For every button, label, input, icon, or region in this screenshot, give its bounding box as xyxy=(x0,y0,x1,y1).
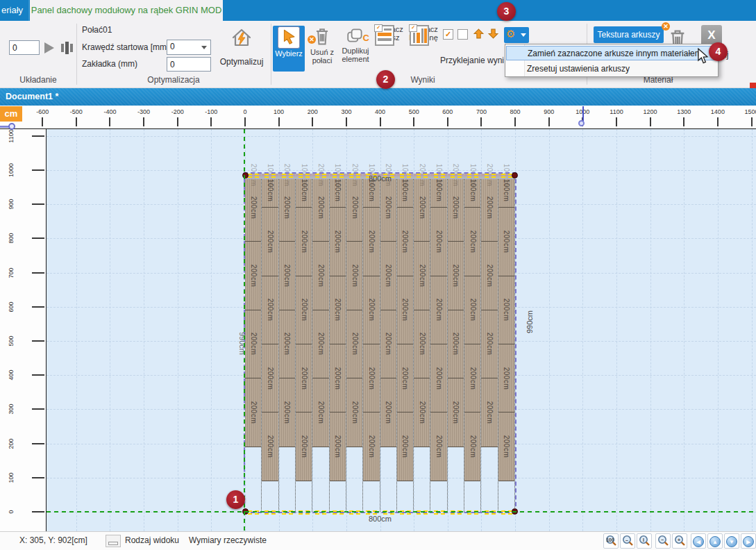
sheet-segment[interactable]: 200cm xyxy=(330,344,346,412)
sheet-segment[interactable]: 200cm xyxy=(262,412,278,481)
sheet-segment[interactable]: 200cm xyxy=(498,276,514,344)
tab-materials-partial[interactable]: eriały xyxy=(0,0,29,21)
remove-from-surface-button[interactable]: ✕ Usuń z połaci xyxy=(306,26,338,72)
hruler-tick-label: -500 xyxy=(70,108,83,115)
sheet-segment[interactable]: 200cm xyxy=(481,310,497,378)
hruler-tick xyxy=(278,117,280,126)
checkbox-empty-icon[interactable] xyxy=(457,29,468,40)
sheet-segment[interactable]: 200cm xyxy=(430,344,446,412)
move-down-icon[interactable] xyxy=(487,28,499,42)
sheet-segment[interactable]: 200cm xyxy=(330,208,346,276)
ruler-marker-handle[interactable] xyxy=(578,120,585,126)
zoom-out-button[interactable]: − xyxy=(655,533,671,549)
zoom-fit-width-button[interactable]: – xyxy=(620,533,635,549)
pan-up-button[interactable]: ▲ xyxy=(707,533,723,549)
sheet-segment[interactable]: 200cm xyxy=(330,412,346,481)
sheet-segment[interactable]: 200cm xyxy=(498,344,514,412)
pan-down-button[interactable]: ▼ xyxy=(724,533,739,549)
menu-item-reset-sheets[interactable]: Zresetuj ustawienia arkuszy xyxy=(506,62,717,76)
sheet-segment[interactable]: 200cm xyxy=(464,344,480,412)
tab-active-panel[interactable]: Panel dachowy modułowy na rąbek GRIN MOD xyxy=(30,0,223,21)
sheet-segment[interactable]: 200cm xyxy=(448,378,464,447)
sheet-segment[interactable]: 200cm xyxy=(481,242,497,310)
overlap-input[interactable] xyxy=(167,57,211,72)
sheet-segment[interactable]: 200cm xyxy=(279,310,295,378)
checkbox-checked-icon[interactable]: ✓ xyxy=(443,29,453,40)
sheet-segment[interactable]: 200cm xyxy=(346,378,362,447)
zoom-selection-button[interactable]: I xyxy=(637,533,652,549)
duplicate-element-button[interactable]: C Duplikuj element xyxy=(339,26,371,72)
sheet-segment[interactable]: 200cm xyxy=(346,242,362,310)
sheet-segment[interactable]: 200cm xyxy=(498,412,514,481)
zoom-100-button[interactable]: 100 xyxy=(603,533,619,549)
sheet-segment[interactable]: 200cm xyxy=(312,310,328,378)
select-row-button[interactable]: ✓ Zaznacz wiersz xyxy=(373,26,405,72)
sheet-settings-gear-button[interactable]: ⚙ xyxy=(504,27,529,43)
start-edge-combobox[interactable]: 0 xyxy=(167,40,211,55)
sheet-segment[interactable]: 200cm xyxy=(262,344,278,412)
sheet-segment[interactable]: 200cm xyxy=(414,310,430,378)
sheet-segment[interactable]: 200cm xyxy=(414,242,430,310)
pan-left-button[interactable]: ◀ xyxy=(691,533,706,549)
view-type-icon[interactable] xyxy=(106,535,121,547)
sheet-segment[interactable]: 200cm xyxy=(430,208,446,276)
sheet-segment[interactable]: 200cm xyxy=(397,276,413,344)
menu-item-replace-sheets[interactable]: Zamień zaznaczone arkusze innym materiał… xyxy=(506,46,717,60)
sheet-segment[interactable]: 200cm xyxy=(245,242,261,310)
sheet-segment[interactable]: 200cm xyxy=(262,276,278,344)
sheet-segment[interactable]: 200cm xyxy=(414,378,430,447)
sheet-segment[interactable]: 200cm xyxy=(363,344,379,412)
sheet-segment[interactable]: 200cm xyxy=(464,276,480,344)
sheet-length-label: 200cm xyxy=(351,401,358,424)
sheet-segment[interactable]: 200cm xyxy=(363,412,379,481)
columns-layout-icon[interactable] xyxy=(61,42,75,54)
sheet-segment[interactable]: 200cm xyxy=(296,276,312,344)
drawing-canvas[interactable]: 200cm200cm200cm200cm200cm100cm200cm200cm… xyxy=(47,129,756,531)
sheet-segment[interactable]: 200cm xyxy=(430,412,446,481)
select-tool-button[interactable]: Wybierz xyxy=(273,26,305,72)
sheet-segment[interactable]: 200cm xyxy=(245,378,261,447)
sheet-segment[interactable]: 200cm xyxy=(296,208,312,276)
sheet-segment[interactable]: 200cm xyxy=(380,378,396,447)
sheet-segment[interactable]: 200cm xyxy=(448,242,464,310)
sheet-texture-button[interactable]: Tekstura arkuszy xyxy=(594,26,664,43)
sheet-segment[interactable]: 200cm xyxy=(498,208,514,276)
sheet-segment[interactable]: 200cm xyxy=(380,310,396,378)
vruler-marker-handle[interactable] xyxy=(8,123,15,130)
sheet-segment[interactable]: 200cm xyxy=(245,310,261,378)
apply-layout-icon[interactable] xyxy=(44,42,54,53)
sheet-segment[interactable]: 200cm xyxy=(397,412,413,481)
panel-corner-dot[interactable] xyxy=(512,172,518,178)
sheet-segment[interactable]: 200cm xyxy=(430,276,446,344)
sheet-segment[interactable]: 200cm xyxy=(363,276,379,344)
sheet-segment[interactable]: 200cm xyxy=(279,378,295,447)
sheet-segment[interactable]: 200cm xyxy=(448,310,464,378)
select-column-button[interactable]: ✓ Zaznacz kolumnę xyxy=(406,26,441,72)
sheet-segment[interactable]: 200cm xyxy=(464,208,480,276)
sheet-length-label: 200cm xyxy=(334,231,342,253)
optimize-button[interactable]: Optymalizuj xyxy=(212,25,271,86)
sheet-segment[interactable]: 200cm xyxy=(397,208,413,276)
sheet-segment[interactable]: 200cm xyxy=(279,242,295,310)
sheet-segment[interactable]: 200cm xyxy=(346,310,362,378)
fastener-mark xyxy=(248,174,259,178)
panel-column: 100cm200cm200cm200cm200cm100cm xyxy=(363,174,380,512)
sheet-segment[interactable]: 200cm xyxy=(330,276,346,344)
sheet-length-label: 200cm xyxy=(435,435,443,458)
sheet-segment[interactable]: 200cm xyxy=(312,378,328,447)
sheet-segment[interactable]: 200cm xyxy=(380,242,396,310)
roof-panel-layout[interactable]: 200cm200cm200cm200cm200cm100cm200cm200cm… xyxy=(245,174,515,512)
zoom-in-button[interactable]: + xyxy=(672,533,687,549)
sheet-segment[interactable]: 200cm xyxy=(312,242,328,310)
layout-count-input[interactable] xyxy=(9,40,40,55)
sheet-segment[interactable]: 200cm xyxy=(464,412,480,481)
sheet-segment[interactable]: 200cm xyxy=(397,344,413,412)
sheet-segment[interactable]: 200cm xyxy=(262,208,278,276)
sheet-segment[interactable]: 200cm xyxy=(296,412,312,481)
move-up-icon[interactable] xyxy=(473,28,485,42)
sheet-segment[interactable]: 200cm xyxy=(363,208,379,276)
sheet-segment[interactable]: 200cm xyxy=(296,344,312,412)
document-tab[interactable]: Document1 * xyxy=(6,88,58,106)
sheet-segment[interactable]: 200cm xyxy=(481,378,497,447)
pan-right-button[interactable]: ▶ xyxy=(741,533,756,549)
